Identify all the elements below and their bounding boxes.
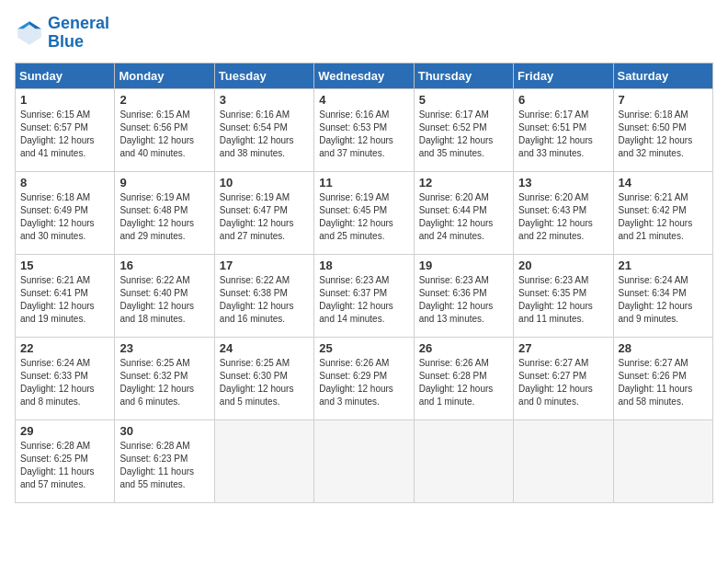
day-info: Sunrise: 6:17 AMSunset: 6:51 PMDaylight:… (518, 109, 608, 160)
weekday-header: Monday (115, 63, 214, 88)
calendar-day-cell: 9 Sunrise: 6:19 AMSunset: 6:48 PMDayligh… (115, 171, 214, 254)
day-number: 25 (319, 341, 408, 355)
day-number: 12 (419, 176, 508, 190)
day-info: Sunrise: 6:23 AMSunset: 6:35 PMDaylight:… (518, 274, 608, 326)
calendar-day-cell: 14 Sunrise: 6:21 AMSunset: 6:42 PMDaylig… (613, 171, 712, 254)
day-info: Sunrise: 6:15 AMSunset: 6:56 PMDaylight:… (119, 109, 209, 160)
day-info: Sunrise: 6:23 AMSunset: 6:37 PMDaylight:… (319, 274, 408, 326)
day-info: Sunrise: 6:15 AMSunset: 6:57 PMDaylight:… (20, 109, 109, 160)
day-number: 23 (119, 341, 209, 355)
day-number: 26 (419, 341, 508, 355)
day-info: Sunrise: 6:28 AMSunset: 6:23 PMDaylight:… (119, 440, 209, 491)
day-number: 27 (518, 341, 608, 355)
calendar-day-cell: 27 Sunrise: 6:27 AMSunset: 6:27 PMDaylig… (514, 337, 613, 419)
day-info: Sunrise: 6:22 AMSunset: 6:40 PMDaylight:… (119, 274, 209, 326)
calendar-day-cell: 16 Sunrise: 6:22 AMSunset: 6:40 PMDaylig… (115, 254, 214, 337)
day-number: 13 (518, 176, 608, 190)
calendar-day-cell: 24 Sunrise: 6:25 AMSunset: 6:30 PMDaylig… (214, 337, 313, 419)
day-number: 2 (119, 93, 209, 107)
page-header: General Blue (15, 15, 713, 52)
day-info: Sunrise: 6:20 AMSunset: 6:43 PMDaylight:… (518, 191, 608, 243)
day-info: Sunrise: 6:27 AMSunset: 6:26 PMDaylight:… (619, 357, 708, 408)
day-number: 10 (220, 176, 309, 190)
day-info: Sunrise: 6:20 AMSunset: 6:44 PMDaylight:… (419, 191, 508, 243)
day-number: 6 (518, 93, 608, 107)
weekday-header: Saturday (613, 63, 712, 88)
day-number: 22 (20, 341, 109, 355)
calendar-day-cell: 5 Sunrise: 6:17 AMSunset: 6:52 PMDayligh… (414, 88, 513, 171)
day-number: 1 (20, 93, 109, 107)
calendar-day-cell: 20 Sunrise: 6:23 AMSunset: 6:35 PMDaylig… (514, 254, 613, 337)
day-number: 3 (220, 93, 309, 107)
calendar-day-cell: 28 Sunrise: 6:27 AMSunset: 6:26 PMDaylig… (613, 337, 712, 419)
day-info: Sunrise: 6:22 AMSunset: 6:38 PMDaylight:… (220, 274, 309, 326)
calendar-day-cell (314, 419, 414, 502)
weekday-header: Friday (514, 63, 613, 88)
day-number: 17 (220, 259, 309, 272)
day-number: 4 (319, 93, 408, 107)
weekday-header: Thursday (414, 63, 513, 88)
day-number: 28 (619, 341, 708, 355)
logo-text: General Blue (48, 15, 109, 52)
day-number: 16 (119, 259, 209, 272)
calendar-day-cell: 18 Sunrise: 6:23 AMSunset: 6:37 PMDaylig… (314, 254, 414, 337)
day-info: Sunrise: 6:16 AMSunset: 6:53 PMDaylight:… (319, 109, 408, 160)
calendar-day-cell: 21 Sunrise: 6:24 AMSunset: 6:34 PMDaylig… (613, 254, 712, 337)
calendar-day-cell: 12 Sunrise: 6:20 AMSunset: 6:44 PMDaylig… (414, 171, 513, 254)
weekday-header: Wednesday (314, 63, 414, 88)
calendar-day-cell: 3 Sunrise: 6:16 AMSunset: 6:54 PMDayligh… (214, 88, 313, 171)
svg-marker-0 (17, 21, 41, 45)
calendar-day-cell: 23 Sunrise: 6:25 AMSunset: 6:32 PMDaylig… (115, 337, 214, 419)
calendar-day-cell: 19 Sunrise: 6:23 AMSunset: 6:36 PMDaylig… (414, 254, 513, 337)
day-number: 9 (119, 176, 209, 190)
day-info: Sunrise: 6:25 AMSunset: 6:30 PMDaylight:… (220, 357, 309, 408)
calendar-week-row: 22 Sunrise: 6:24 AMSunset: 6:33 PMDaylig… (16, 337, 713, 419)
calendar-day-cell: 22 Sunrise: 6:24 AMSunset: 6:33 PMDaylig… (16, 337, 115, 419)
calendar-day-cell: 13 Sunrise: 6:20 AMSunset: 6:43 PMDaylig… (514, 171, 613, 254)
calendar-table: SundayMondayTuesdayWednesdayThursdayFrid… (15, 63, 713, 503)
calendar-day-cell (414, 419, 513, 502)
day-info: Sunrise: 6:26 AMSunset: 6:28 PMDaylight:… (419, 357, 508, 408)
day-number: 7 (619, 93, 708, 107)
day-number: 5 (419, 93, 508, 107)
calendar-day-cell: 29 Sunrise: 6:28 AMSunset: 6:25 PMDaylig… (16, 419, 115, 502)
calendar-day-cell: 17 Sunrise: 6:22 AMSunset: 6:38 PMDaylig… (214, 254, 313, 337)
day-info: Sunrise: 6:24 AMSunset: 6:34 PMDaylight:… (619, 274, 708, 326)
day-number: 15 (20, 259, 109, 272)
weekday-header: Tuesday (214, 63, 313, 88)
logo: General Blue (15, 15, 109, 52)
day-info: Sunrise: 6:27 AMSunset: 6:27 PMDaylight:… (518, 357, 608, 408)
calendar-day-cell (514, 419, 613, 502)
calendar-day-cell: 8 Sunrise: 6:18 AMSunset: 6:49 PMDayligh… (16, 171, 115, 254)
day-number: 11 (319, 176, 408, 190)
day-info: Sunrise: 6:26 AMSunset: 6:29 PMDaylight:… (319, 357, 408, 408)
day-number: 19 (419, 259, 508, 272)
day-info: Sunrise: 6:19 AMSunset: 6:45 PMDaylight:… (319, 191, 408, 243)
day-info: Sunrise: 6:16 AMSunset: 6:54 PMDaylight:… (220, 109, 309, 160)
day-info: Sunrise: 6:21 AMSunset: 6:41 PMDaylight:… (20, 274, 109, 326)
calendar-day-cell: 1 Sunrise: 6:15 AMSunset: 6:57 PMDayligh… (16, 88, 115, 171)
day-number: 30 (119, 424, 209, 438)
calendar-day-cell: 6 Sunrise: 6:17 AMSunset: 6:51 PMDayligh… (514, 88, 613, 171)
day-number: 14 (619, 176, 708, 190)
calendar-day-cell: 2 Sunrise: 6:15 AMSunset: 6:56 PMDayligh… (115, 88, 214, 171)
day-number: 21 (619, 259, 708, 272)
day-info: Sunrise: 6:18 AMSunset: 6:50 PMDaylight:… (619, 109, 708, 160)
calendar-day-cell: 26 Sunrise: 6:26 AMSunset: 6:28 PMDaylig… (414, 337, 513, 419)
day-info: Sunrise: 6:17 AMSunset: 6:52 PMDaylight:… (419, 109, 508, 160)
day-info: Sunrise: 6:19 AMSunset: 6:48 PMDaylight:… (119, 191, 209, 243)
calendar-day-cell (613, 419, 712, 502)
day-number: 8 (20, 176, 109, 190)
calendar-day-cell: 30 Sunrise: 6:28 AMSunset: 6:23 PMDaylig… (115, 419, 214, 502)
day-info: Sunrise: 6:28 AMSunset: 6:25 PMDaylight:… (20, 440, 109, 491)
day-info: Sunrise: 6:21 AMSunset: 6:42 PMDaylight:… (619, 191, 708, 243)
day-info: Sunrise: 6:25 AMSunset: 6:32 PMDaylight:… (119, 357, 209, 408)
calendar-day-cell (214, 419, 313, 502)
calendar-day-cell: 25 Sunrise: 6:26 AMSunset: 6:29 PMDaylig… (314, 337, 414, 419)
weekday-header-row: SundayMondayTuesdayWednesdayThursdayFrid… (16, 63, 713, 88)
weekday-header: Sunday (16, 63, 115, 88)
day-info: Sunrise: 6:23 AMSunset: 6:36 PMDaylight:… (419, 274, 508, 326)
day-number: 20 (518, 259, 608, 272)
calendar-week-row: 8 Sunrise: 6:18 AMSunset: 6:49 PMDayligh… (16, 171, 713, 254)
day-info: Sunrise: 6:24 AMSunset: 6:33 PMDaylight:… (20, 357, 109, 408)
